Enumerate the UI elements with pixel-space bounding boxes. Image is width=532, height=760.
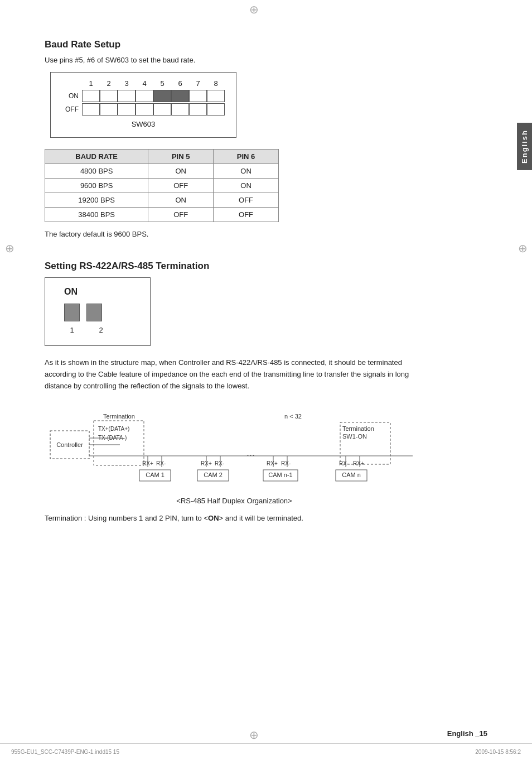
on-cell-5: [153, 90, 171, 102]
termination-note: Termination : Using numbers 1 and 2 PIN,…: [45, 514, 424, 522]
reg-mark-left: ⊕: [1, 240, 18, 257]
sw603-on-row: ON: [62, 90, 225, 102]
on-switch-diagram: ON 1 2: [45, 277, 151, 346]
on-cell-2: [100, 90, 118, 102]
pin5-19200: ON: [148, 193, 214, 208]
svg-text:Termination: Termination: [342, 425, 374, 432]
off-cell-1: [82, 103, 100, 116]
diagram-caption: <RS-485 Half Duplex Organization>: [45, 497, 424, 505]
table-header-baudrate: BAUD RATE: [45, 150, 148, 164]
svg-text:RX+: RX+: [142, 460, 153, 466]
on-switch-label: ON: [64, 287, 137, 297]
on-cell-6: [171, 90, 189, 102]
reg-mark-right: ⊕: [514, 240, 531, 257]
svg-text:RX-: RX-: [281, 460, 291, 466]
off-cell-6: [171, 103, 189, 116]
svg-text:Termination: Termination: [103, 413, 135, 420]
table-row: 19200 BPS ON OFF: [45, 193, 279, 208]
sw603-pin-numbers: 1 2 3 4 5 6 7 8: [82, 79, 225, 88]
pin5-4800: ON: [148, 164, 214, 179]
switch-pin-1: [64, 304, 80, 321]
baud-rate-section: Baud Rate Setup Use pins #5, #6 of SW603…: [45, 39, 487, 238]
table-row: 38400 BPS OFF OFF: [45, 208, 279, 222]
off-cell-5: [153, 103, 171, 116]
factory-default-text: The factory default is 9600 BPS.: [45, 230, 487, 238]
pin5-38400: OFF: [148, 208, 214, 222]
on-cell-8: [207, 90, 225, 102]
svg-text:CAM n-1: CAM n-1: [268, 472, 292, 478]
pin6-4800: ON: [214, 164, 279, 179]
on-cell-3: [118, 90, 136, 102]
off-cell-8: [207, 103, 225, 116]
svg-text:SW1-ON: SW1-ON: [342, 433, 367, 440]
baud-4800: 4800 BPS: [45, 164, 148, 179]
svg-text:CAM n: CAM n: [342, 472, 361, 478]
table-header-pin5: PIN 5: [148, 150, 214, 164]
rs422-title: Setting RS-422A/RS-485 Termination: [45, 261, 487, 272]
pin-num-1: 1: [82, 79, 100, 88]
pin-num-7: 7: [189, 79, 207, 88]
pin-num-4: 4: [136, 79, 153, 88]
reg-mark-bottom: ⊕: [245, 727, 262, 743]
baud-38400: 38400 BPS: [45, 208, 148, 222]
sidebar-label: English: [517, 123, 532, 170]
sw603-off-cells: [82, 103, 225, 116]
svg-text:···: ···: [246, 449, 255, 460]
footer-left: 955G-EU1_SCC-C7439P-ENG-1.indd15 15: [11, 749, 119, 755]
svg-text:RX-: RX-: [339, 460, 349, 466]
pin-num-5: 5: [153, 79, 171, 88]
footer-right: 2009-10-15 8:56:2: [475, 749, 521, 755]
baud-19200: 19200 BPS: [45, 193, 148, 208]
off-cell-4: [136, 103, 153, 116]
off-cell-7: [189, 103, 207, 116]
svg-text:RX+: RX+: [353, 460, 364, 466]
on-cell-7: [189, 90, 207, 102]
sw603-off-label: OFF: [62, 105, 82, 113]
pin6-19200: OFF: [214, 193, 279, 208]
sw603-name: SW603: [62, 120, 225, 128]
baud-rate-title: Baud Rate Setup: [45, 39, 487, 50]
switch-num-2: 2: [93, 326, 109, 334]
baud-9600: 9600 BPS: [45, 179, 148, 193]
rs485-diagram: Controller Termination TX+(DATA+) TX-(DA…: [45, 403, 424, 492]
pin6-38400: OFF: [214, 208, 279, 222]
sw603-on-label: ON: [62, 92, 82, 100]
baud-rate-table: BAUD RATE PIN 5 PIN 6 4800 BPS ON ON 960…: [45, 149, 279, 222]
svg-text:RX+: RX+: [267, 460, 278, 466]
reg-mark-top: ⊕: [245, 1, 262, 18]
pin5-9600: OFF: [148, 179, 214, 193]
off-cell-3: [118, 103, 136, 116]
switch-pin-2: [86, 304, 102, 321]
page-number: English _15: [447, 729, 487, 738]
svg-text:CAM 1: CAM 1: [146, 472, 165, 478]
sw603-off-row: OFF: [62, 103, 225, 116]
on-cell-4: [136, 90, 153, 102]
pin-num-2: 2: [100, 79, 118, 88]
page: ⊕ ⊕ ⊕ ⊕ English Baud Rate Setup Use pins…: [0, 0, 532, 760]
off-cell-2: [100, 103, 118, 116]
on-cell-1: [82, 90, 100, 102]
rs422-section: Setting RS-422A/RS-485 Termination ON 1 …: [45, 261, 487, 522]
pin-num-3: 3: [118, 79, 136, 88]
switch-pins: [64, 304, 137, 321]
footer-bar: 955G-EU1_SCC-C7439P-ENG-1.indd15 15 2009…: [0, 743, 532, 760]
rs422-description: As it is shown in the structure map, whe…: [45, 357, 424, 392]
svg-text:RX+: RX+: [201, 460, 212, 466]
rs485-svg: Controller Termination TX+(DATA+) TX-(DA…: [45, 403, 424, 492]
sw603-on-cells: [82, 90, 225, 102]
svg-text:TX+(DATA+): TX+(DATA+): [98, 426, 129, 432]
switch-nums: 1 2: [64, 326, 137, 334]
pin6-9600: ON: [214, 179, 279, 193]
table-header-pin6: PIN 6: [214, 150, 279, 164]
pin-num-6: 6: [171, 79, 189, 88]
table-row: 9600 BPS OFF ON: [45, 179, 279, 193]
sw603-diagram: 1 2 3 4 5 6 7 8 ON: [50, 72, 236, 138]
svg-text:RX-: RX-: [156, 460, 166, 466]
baud-rate-subtitle: Use pins #5, #6 of SW603 to set the baud…: [45, 56, 487, 64]
switch-num-1: 1: [64, 326, 80, 334]
svg-text:CAM 2: CAM 2: [204, 472, 223, 478]
table-row: 4800 BPS ON ON: [45, 164, 279, 179]
svg-text:RX-: RX-: [215, 460, 224, 466]
svg-text:n < 32: n < 32: [284, 413, 302, 420]
pin-num-8: 8: [207, 79, 225, 88]
